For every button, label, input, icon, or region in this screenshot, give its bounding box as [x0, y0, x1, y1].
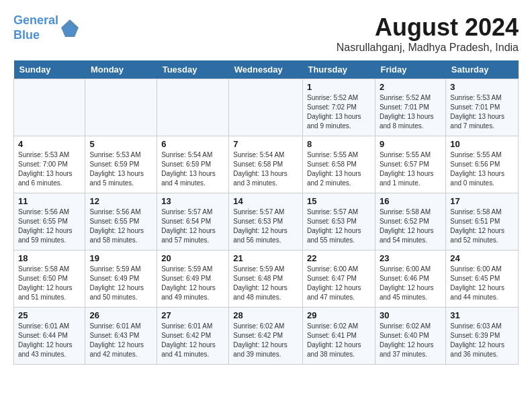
- calendar-cell: 31Sunrise: 6:03 AM Sunset: 6:39 PM Dayli…: [446, 308, 519, 365]
- day-number: 27: [161, 310, 224, 320]
- calendar-cell: 18Sunrise: 5:58 AM Sunset: 6:50 PM Dayli…: [14, 250, 85, 308]
- calendar-cell: 20Sunrise: 5:59 AM Sunset: 6:49 PM Dayli…: [157, 250, 229, 308]
- calendar-cell: 30Sunrise: 6:02 AM Sunset: 6:40 PM Dayli…: [375, 308, 445, 365]
- calendar-cell: 10Sunrise: 5:55 AM Sunset: 6:56 PM Dayli…: [446, 136, 519, 193]
- week-row-5: 25Sunrise: 6:01 AM Sunset: 6:44 PM Dayli…: [14, 308, 519, 365]
- column-header-wednesday: Wednesday: [229, 60, 303, 79]
- calendar-cell: 7Sunrise: 5:54 AM Sunset: 6:58 PM Daylig…: [229, 136, 303, 193]
- column-header-friday: Friday: [375, 60, 445, 79]
- calendar-cell: 11Sunrise: 5:56 AM Sunset: 6:55 PM Dayli…: [14, 193, 85, 250]
- calendar-cell: 23Sunrise: 6:00 AM Sunset: 6:46 PM Dayli…: [375, 250, 445, 308]
- week-row-2: 4Sunrise: 5:53 AM Sunset: 7:00 PM Daylig…: [14, 136, 519, 193]
- day-info: Sunrise: 5:56 AM Sunset: 6:55 PM Dayligh…: [18, 208, 81, 245]
- calendar-cell: 24Sunrise: 6:00 AM Sunset: 6:45 PM Dayli…: [446, 250, 519, 308]
- column-header-thursday: Thursday: [302, 60, 375, 79]
- day-info: Sunrise: 5:55 AM Sunset: 6:57 PM Dayligh…: [380, 150, 441, 188]
- calendar-cell: 19Sunrise: 5:59 AM Sunset: 6:49 PM Dayli…: [85, 250, 157, 308]
- calendar-cell: 28Sunrise: 6:02 AM Sunset: 6:42 PM Dayli…: [229, 308, 303, 365]
- day-info: Sunrise: 6:02 AM Sunset: 6:41 PM Dayligh…: [307, 322, 371, 359]
- calendar-cell: 29Sunrise: 6:02 AM Sunset: 6:41 PM Dayli…: [302, 308, 375, 365]
- calendar-cell: 16Sunrise: 5:58 AM Sunset: 6:52 PM Dayli…: [375, 193, 445, 250]
- day-info: Sunrise: 5:56 AM Sunset: 6:55 PM Dayligh…: [89, 208, 152, 245]
- calendar-cell: 14Sunrise: 5:57 AM Sunset: 6:53 PM Dayli…: [229, 193, 303, 250]
- day-number: 23: [380, 253, 441, 263]
- day-number: 18: [18, 253, 81, 263]
- calendar-cell: 6Sunrise: 5:54 AM Sunset: 6:59 PM Daylig…: [157, 136, 229, 193]
- page-header: General Blue August 2024 Nasrullahganj, …: [13, 13, 519, 54]
- day-number: 8: [307, 139, 371, 149]
- title-block: August 2024 Nasrullahganj, Madhya Prades…: [337, 13, 519, 54]
- column-header-tuesday: Tuesday: [157, 60, 229, 79]
- day-info: Sunrise: 6:00 AM Sunset: 6:46 PM Dayligh…: [380, 265, 441, 302]
- calendar-cell: [14, 79, 85, 136]
- calendar-cell: 9Sunrise: 5:55 AM Sunset: 6:57 PM Daylig…: [375, 136, 445, 193]
- day-info: Sunrise: 6:01 AM Sunset: 6:43 PM Dayligh…: [89, 322, 152, 359]
- day-info: Sunrise: 5:59 AM Sunset: 6:49 PM Dayligh…: [89, 265, 152, 302]
- day-number: 30: [380, 310, 441, 320]
- day-info: Sunrise: 5:58 AM Sunset: 6:50 PM Dayligh…: [18, 265, 81, 302]
- day-info: Sunrise: 5:53 AM Sunset: 7:00 PM Dayligh…: [18, 150, 81, 188]
- day-number: 9: [380, 139, 441, 149]
- day-number: 1: [307, 82, 371, 92]
- day-info: Sunrise: 5:59 AM Sunset: 6:49 PM Dayligh…: [161, 265, 224, 302]
- day-number: 4: [18, 139, 81, 149]
- day-number: 17: [450, 196, 514, 206]
- week-row-4: 18Sunrise: 5:58 AM Sunset: 6:50 PM Dayli…: [14, 250, 519, 308]
- header-row: SundayMondayTuesdayWednesdayThursdayFrid…: [14, 60, 519, 79]
- day-info: Sunrise: 5:55 AM Sunset: 6:58 PM Dayligh…: [307, 150, 371, 188]
- calendar-cell: 13Sunrise: 5:57 AM Sunset: 6:54 PM Dayli…: [157, 193, 229, 250]
- day-number: 16: [380, 196, 441, 206]
- calendar-cell: [157, 79, 229, 136]
- day-info: Sunrise: 5:59 AM Sunset: 6:48 PM Dayligh…: [233, 265, 298, 302]
- logo-general: General: [13, 13, 58, 27]
- calendar-cell: [85, 79, 157, 136]
- calendar-cell: 25Sunrise: 6:01 AM Sunset: 6:44 PM Dayli…: [14, 308, 85, 365]
- calendar-cell: 2Sunrise: 5:52 AM Sunset: 7:01 PM Daylig…: [375, 79, 445, 136]
- day-info: Sunrise: 5:53 AM Sunset: 7:01 PM Dayligh…: [450, 93, 514, 131]
- column-header-monday: Monday: [85, 60, 157, 79]
- day-info: Sunrise: 5:54 AM Sunset: 6:58 PM Dayligh…: [233, 150, 298, 188]
- day-number: 25: [18, 310, 81, 320]
- day-info: Sunrise: 5:58 AM Sunset: 6:51 PM Dayligh…: [450, 208, 514, 245]
- day-info: Sunrise: 6:02 AM Sunset: 6:40 PM Dayligh…: [380, 322, 441, 359]
- calendar-cell: 27Sunrise: 6:01 AM Sunset: 6:42 PM Dayli…: [157, 308, 229, 365]
- day-number: 22: [307, 253, 371, 263]
- calendar-table: SundayMondayTuesdayWednesdayThursdayFrid…: [13, 60, 519, 365]
- calendar-cell: 26Sunrise: 6:01 AM Sunset: 6:43 PM Dayli…: [85, 308, 157, 365]
- day-info: Sunrise: 5:55 AM Sunset: 6:56 PM Dayligh…: [450, 150, 514, 188]
- day-number: 14: [233, 196, 298, 206]
- day-number: 10: [450, 139, 514, 149]
- day-info: Sunrise: 6:01 AM Sunset: 6:42 PM Dayligh…: [161, 322, 224, 359]
- day-info: Sunrise: 5:57 AM Sunset: 6:53 PM Dayligh…: [307, 208, 371, 245]
- column-header-sunday: Sunday: [14, 60, 85, 79]
- day-number: 6: [161, 139, 224, 149]
- day-number: 11: [18, 196, 81, 206]
- day-number: 2: [380, 82, 441, 92]
- calendar-cell: 17Sunrise: 5:58 AM Sunset: 6:51 PM Dayli…: [446, 193, 519, 250]
- calendar-cell: 15Sunrise: 5:57 AM Sunset: 6:53 PM Dayli…: [302, 193, 375, 250]
- day-info: Sunrise: 5:57 AM Sunset: 6:53 PM Dayligh…: [233, 208, 298, 245]
- day-number: 7: [233, 139, 298, 149]
- logo-text: General Blue: [13, 13, 58, 42]
- day-info: Sunrise: 5:57 AM Sunset: 6:54 PM Dayligh…: [161, 208, 224, 245]
- day-number: 26: [89, 310, 152, 320]
- calendar-cell: 1Sunrise: 5:52 AM Sunset: 7:02 PM Daylig…: [302, 79, 375, 136]
- day-number: 15: [307, 196, 371, 206]
- day-number: 29: [307, 310, 371, 320]
- day-info: Sunrise: 6:00 AM Sunset: 6:47 PM Dayligh…: [307, 265, 371, 302]
- day-info: Sunrise: 6:00 AM Sunset: 6:45 PM Dayligh…: [450, 265, 514, 302]
- day-number: 5: [89, 139, 152, 149]
- week-row-3: 11Sunrise: 5:56 AM Sunset: 6:55 PM Dayli…: [14, 193, 519, 250]
- day-info: Sunrise: 6:03 AM Sunset: 6:39 PM Dayligh…: [450, 322, 514, 359]
- day-info: Sunrise: 5:58 AM Sunset: 6:52 PM Dayligh…: [380, 208, 441, 245]
- logo: General Blue: [13, 13, 80, 42]
- day-number: 31: [450, 310, 514, 320]
- day-number: 28: [233, 310, 298, 320]
- day-number: 19: [89, 253, 152, 263]
- calendar-cell: 8Sunrise: 5:55 AM Sunset: 6:58 PM Daylig…: [302, 136, 375, 193]
- month-year-title: August 2024: [337, 13, 519, 42]
- day-number: 12: [89, 196, 152, 206]
- week-row-1: 1Sunrise: 5:52 AM Sunset: 7:02 PM Daylig…: [14, 79, 519, 136]
- logo-blue: Blue: [13, 28, 40, 42]
- calendar-cell: [229, 79, 303, 136]
